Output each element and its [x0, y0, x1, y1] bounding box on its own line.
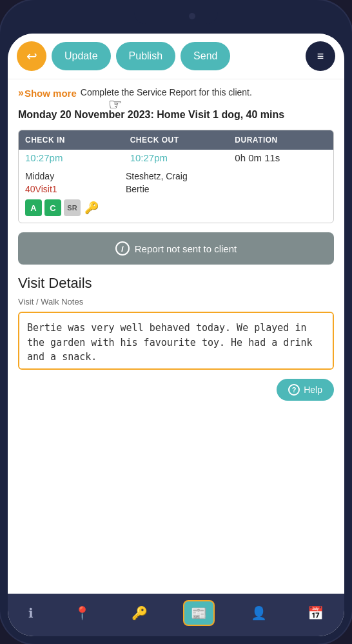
banner-message: Complete the Service Report for this cli… — [81, 87, 252, 97]
notes-textarea[interactable] — [18, 312, 334, 370]
badge-a: A — [25, 199, 42, 216]
nav-item-person[interactable]: 👤 — [246, 603, 272, 623]
nav-item-location[interactable]: 📍 — [69, 603, 95, 623]
checkin-time: 10:27pm — [19, 150, 124, 166]
report-banner-text: Report not sent to client — [135, 243, 237, 254]
checkout-time: 10:27pm — [124, 150, 229, 166]
help-label: Help — [304, 385, 322, 395]
person-nav-icon: 👤 — [251, 605, 267, 621]
toolbar: ↩ Update Publish Send ≡ — [8, 34, 344, 79]
show-more-label[interactable]: Show more — [24, 88, 77, 99]
help-circle-icon: ? — [288, 384, 300, 396]
show-more-link[interactable]: » Show more — [18, 87, 77, 99]
info-nav-icon: ℹ — [28, 605, 34, 621]
staff-row: Midday 40Visit1 Steshetz, Craig Bertie — [19, 166, 333, 197]
back-button[interactable]: ↩ — [17, 41, 46, 71]
nav-item-info[interactable]: ℹ — [23, 603, 39, 623]
times-row: 10:27pm 10:27pm 0h 0m 11s — [19, 150, 333, 166]
update-button[interactable]: Update — [52, 42, 111, 70]
staff-name: Steshetz, Craig — [126, 171, 327, 181]
show-more-banner: » Show more Complete the Service Report … — [18, 87, 334, 99]
screen-scroll: » Show more Complete the Service Report … — [8, 79, 344, 594]
checkin-table: CHECK IN CHECK OUT DURATION 10:27pm 10:2… — [18, 130, 334, 223]
help-button[interactable]: ? Help — [277, 379, 334, 401]
report-banner: i Report not sent to client — [18, 232, 334, 265]
checkin-header: CHECK IN CHECK OUT DURATION — [19, 130, 333, 150]
key-nav-icon: 🔑 — [132, 605, 148, 621]
bottom-nav: ℹ 📍 🔑 📰 👤 📅 — [8, 594, 344, 636]
phone-camera — [189, 13, 195, 19]
staff-name-col: Steshetz, Craig Bertie — [126, 171, 327, 194]
midday-label: Midday — [25, 171, 126, 181]
main-content: » Show more Complete the Service Report … — [8, 79, 344, 408]
location-nav-icon: 📍 — [74, 605, 90, 621]
send-button[interactable]: Send — [181, 42, 230, 70]
phone-screen: ↩ Update Publish Send ≡ ☞ » Show more Co… — [8, 34, 344, 636]
calendar-nav-icon: 📅 — [308, 605, 324, 621]
reports-nav-icon: 📰 — [191, 605, 207, 621]
nav-item-key[interactable]: 🔑 — [126, 603, 153, 623]
header-duration: DURATION — [228, 130, 333, 150]
header-checkout: CHECK OUT — [124, 130, 229, 150]
pet-name: Bertie — [126, 184, 327, 194]
chevrons-icon: » — [18, 87, 24, 99]
publish-button[interactable]: Publish — [116, 42, 175, 70]
header-checkin: CHECK IN — [19, 130, 124, 150]
nav-item-reports[interactable]: 📰 — [183, 600, 215, 626]
staff-label-col: Midday 40Visit1 — [25, 171, 126, 194]
duration-value: 0h 0m 11s — [228, 150, 333, 166]
badge-c: C — [44, 199, 61, 216]
field-label: Visit / Walk Notes — [18, 297, 334, 307]
phone-notch-area — [8, 8, 344, 34]
badges-row: A C SR 🔑 — [19, 197, 333, 223]
section-title: Visit Details — [18, 275, 334, 292]
visit-code: 40Visit1 — [25, 184, 126, 194]
info-icon: i — [115, 241, 130, 256]
key-badge-icon: 🔑 — [83, 199, 100, 216]
phone-notch — [134, 8, 218, 24]
phone-frame: ↩ Update Publish Send ≡ ☞ » Show more Co… — [0, 0, 352, 644]
visit-title: Monday 20 November 2023: Home Visit 1 do… — [18, 108, 334, 122]
menu-button[interactable]: ≡ — [306, 41, 335, 71]
help-button-container: ? Help — [18, 379, 334, 401]
badge-sr: SR — [64, 199, 81, 216]
nav-item-calendar[interactable]: 📅 — [302, 603, 329, 623]
